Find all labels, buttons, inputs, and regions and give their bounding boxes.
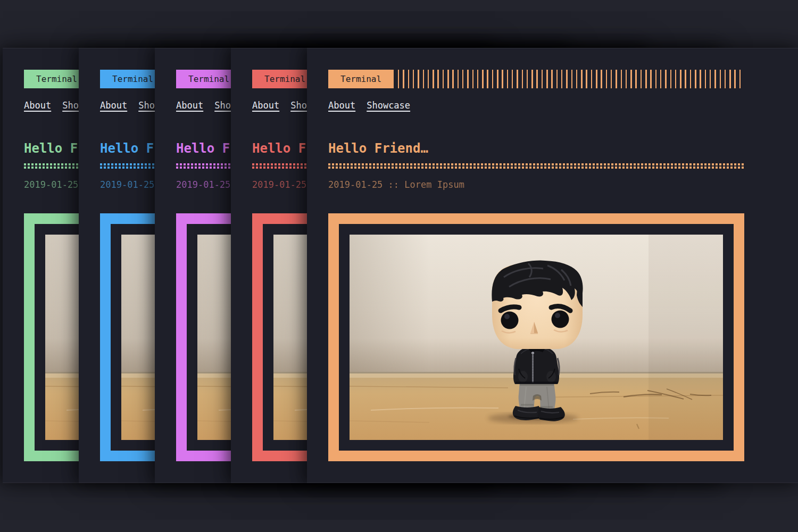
card-content: Terminal About Showcase Hello Friend… 20… — [307, 70, 766, 461]
nav-link-about[interactable]: About — [100, 99, 127, 111]
funko-pop-photo — [350, 235, 723, 440]
theme-variants-stage: Terminal About Showcase Hello Friend… 20… — [0, 0, 798, 532]
site-header: Terminal — [328, 70, 744, 88]
theme-card-orange: Terminal About Showcase Hello Friend… 20… — [307, 48, 798, 483]
header-decoration-bars — [398, 70, 744, 88]
nav-link-about[interactable]: About — [328, 99, 355, 111]
post-title: Hello Friend… — [328, 141, 744, 156]
post-title-divider — [328, 163, 744, 169]
post-image-frame — [328, 213, 744, 461]
nav-link-showcase[interactable]: Showcase — [367, 99, 410, 111]
nav-link-about[interactable]: About — [176, 99, 203, 111]
nav-link-about[interactable]: About — [252, 99, 279, 111]
post-meta: 2019-01-25 :: Lorem Ipsum — [328, 179, 744, 190]
nav-link-about[interactable]: About — [24, 99, 51, 111]
site-logo[interactable]: Terminal — [328, 70, 394, 88]
site-nav: About Showcase — [328, 99, 744, 111]
